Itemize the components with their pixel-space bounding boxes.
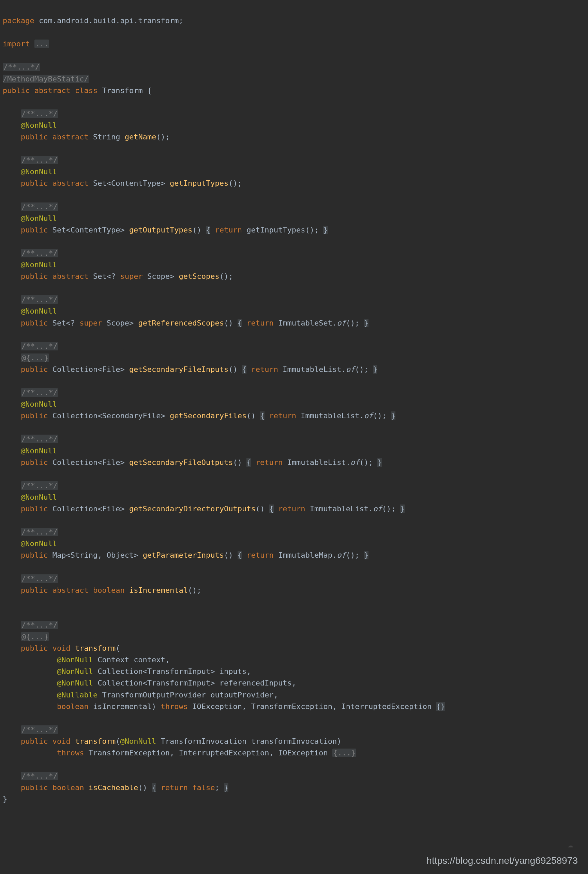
close-brace: } xyxy=(3,795,7,804)
javadoc-fold[interactable]: /**...*/ xyxy=(21,342,58,351)
javadoc-fold[interactable]: /**...*/ xyxy=(21,481,58,490)
javadoc-fold[interactable]: /**...*/ xyxy=(21,772,58,780)
method-name: transform xyxy=(75,644,116,652)
annotation-nullable: @Nullable xyxy=(57,691,98,699)
method-name: getScopes xyxy=(179,272,219,280)
javadoc-fold[interactable]: /**...*/ xyxy=(21,528,58,536)
body-fold[interactable]: {...} xyxy=(332,748,356,757)
method-name: getInputTypes xyxy=(170,179,228,187)
annotation-nonnull: @NonNull xyxy=(21,539,57,548)
method-name: getName xyxy=(125,133,156,141)
class-name: Transform xyxy=(102,86,142,95)
watermark-logo-icon: ☁ xyxy=(550,836,588,853)
annotation-nonnull: @NonNull xyxy=(21,261,57,269)
code-line: /MethodMayBeStatic/ xyxy=(3,75,88,83)
javadoc-fold[interactable]: /**...*/ xyxy=(21,388,58,397)
javadoc-fold[interactable]: /**...*/ xyxy=(21,295,58,304)
method-name: getOutputTypes xyxy=(129,226,192,234)
javadoc-fold[interactable]: /**...*/ xyxy=(3,63,40,71)
annotation-nonnull: @NonNull xyxy=(21,400,57,408)
code-line: package com.android.build.api.transform; xyxy=(3,16,183,25)
annotation-nonnull: @NonNull xyxy=(21,493,57,501)
keyword-import: import xyxy=(3,39,34,48)
annotation-nonnull: @NonNull xyxy=(21,214,57,223)
keyword-package: package xyxy=(3,16,39,25)
code-line: /**...*/ xyxy=(3,63,40,71)
method-name: isCacheable xyxy=(88,783,138,792)
method-name: getReferencedScopes xyxy=(138,319,224,327)
javadoc-fold[interactable]: /**...*/ xyxy=(21,249,58,257)
fold-region[interactable]: ... xyxy=(34,39,50,48)
code-line: import ... xyxy=(3,39,49,48)
javadoc-fold[interactable]: /**...*/ xyxy=(21,574,58,583)
annotation-nonnull: @NonNull xyxy=(21,121,57,129)
method-name: getSecondaryDirectoryOutputs xyxy=(129,505,256,513)
code-editor[interactable]: package com.android.build.api.transform;… xyxy=(0,0,588,874)
javadoc-fold[interactable]: /**...*/ xyxy=(21,156,58,164)
method-name: getSecondaryFiles xyxy=(170,411,246,420)
method-name: isIncremental xyxy=(129,586,188,595)
method-name: transform xyxy=(75,737,116,745)
annotation-nonnull: @NonNull xyxy=(21,167,57,176)
javadoc-fold[interactable]: /**...*/ xyxy=(21,726,58,734)
watermark-text: https://blog.csdn.net/yang69258973 xyxy=(426,853,578,868)
javadoc-fold[interactable]: /**...*/ xyxy=(21,621,58,629)
javadoc-fold[interactable]: /**...*/ xyxy=(21,202,58,211)
method-name: getParameterInputs xyxy=(143,551,224,559)
annotation-fold[interactable]: @{...} xyxy=(21,632,49,641)
method-name: getSecondaryFileInputs xyxy=(129,365,228,373)
javadoc-fold[interactable]: /**...*/ xyxy=(21,109,58,118)
package-name: com.android.build.api.transform xyxy=(39,16,179,25)
annotation-nonnull: @NonNull xyxy=(21,307,57,315)
annotation-fold[interactable]: @{...} xyxy=(21,354,49,362)
inspection-hint: /MethodMayBeStatic/ xyxy=(3,75,88,83)
javadoc-fold[interactable]: /**...*/ xyxy=(21,435,58,443)
annotation-nonnull: @NonNull xyxy=(21,447,57,455)
code-line: public abstract class Transform { xyxy=(3,86,152,95)
method-name: getSecondaryFileOutputs xyxy=(129,458,233,467)
